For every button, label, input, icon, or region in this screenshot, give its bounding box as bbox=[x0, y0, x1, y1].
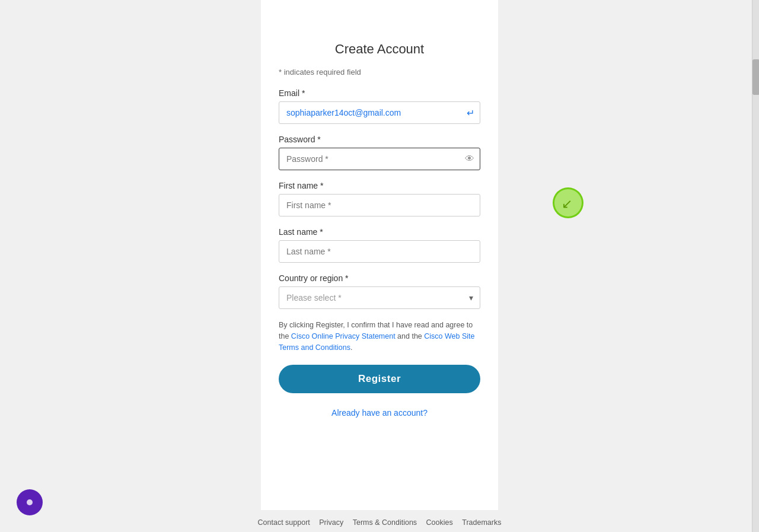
last-name-input[interactable] bbox=[279, 240, 480, 263]
password-field-group: Password * 👁 bbox=[279, 135, 480, 170]
privacy-link[interactable]: Cisco Online Privacy Statement bbox=[291, 332, 396, 340]
already-account-link[interactable]: Already have an account? bbox=[331, 408, 428, 418]
already-account-section: Already have an account? bbox=[279, 407, 480, 418]
footer-terms[interactable]: Terms & Conditions bbox=[353, 518, 417, 527]
email-input[interactable] bbox=[279, 101, 480, 124]
enter-icon: ↵ bbox=[467, 107, 474, 119]
footer-contact-support[interactable]: Contact support bbox=[258, 518, 310, 527]
form-container: Create Account * indicates required fiel… bbox=[261, 0, 498, 510]
cursor-arrow-icon: ↙ bbox=[562, 196, 572, 212]
page-title: Create Account bbox=[279, 42, 480, 57]
footer-trademarks[interactable]: Trademarks bbox=[462, 518, 501, 527]
consent-text: By clicking Register, I confirm that I h… bbox=[279, 320, 480, 353]
consent-text-after: . bbox=[350, 343, 352, 352]
password-input[interactable] bbox=[279, 148, 480, 170]
first-name-label: First name * bbox=[279, 181, 480, 190]
password-wrapper: 👁 bbox=[279, 148, 480, 170]
register-button[interactable]: Register bbox=[279, 365, 480, 393]
footer-cookies[interactable]: Cookies bbox=[426, 518, 453, 527]
page-wrapper: Create Account * indicates required fiel… bbox=[0, 0, 759, 532]
scrollbar[interactable] bbox=[752, 0, 759, 532]
footer-privacy[interactable]: Privacy bbox=[319, 518, 343, 527]
country-select-wrapper: Please select * United States United Kin… bbox=[279, 286, 480, 309]
country-select[interactable]: Please select * United States United Kin… bbox=[279, 286, 480, 309]
first-name-field-group: First name * bbox=[279, 181, 480, 216]
last-name-label: Last name * bbox=[279, 227, 480, 237]
country-field-group: Country or region * Please select * Unit… bbox=[279, 273, 480, 309]
help-button[interactable] bbox=[17, 489, 43, 515]
country-label: Country or region * bbox=[279, 273, 480, 283]
help-button-dot bbox=[27, 499, 33, 505]
cursor-indicator: ↙ bbox=[553, 187, 583, 218]
consent-text-middle: and the bbox=[396, 332, 425, 340]
email-label: Email * bbox=[279, 88, 480, 98]
last-name-field-group: Last name * bbox=[279, 227, 480, 263]
email-wrapper: ↵ bbox=[279, 101, 480, 124]
scrollbar-thumb[interactable] bbox=[752, 59, 759, 95]
first-name-input[interactable] bbox=[279, 194, 480, 216]
eye-icon[interactable]: 👁 bbox=[465, 154, 474, 164]
password-label: Password * bbox=[279, 135, 480, 144]
footer: Contact support Privacy Terms & Conditio… bbox=[0, 510, 759, 532]
required-note: * indicates required field bbox=[279, 68, 480, 77]
email-field-group: Email * ↵ bbox=[279, 88, 480, 124]
